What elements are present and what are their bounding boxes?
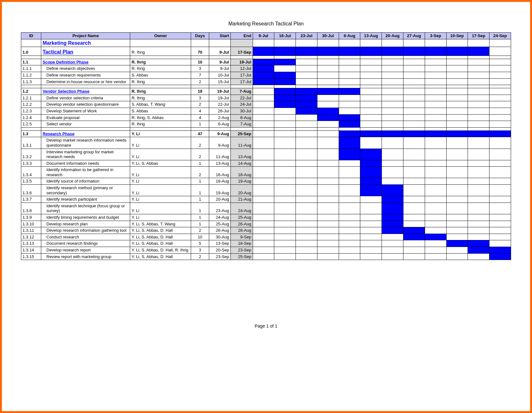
gantt-cell	[403, 121, 425, 128]
gantt-cell	[446, 214, 468, 221]
gantt-cell	[403, 65, 425, 72]
table-body: Marketing Research1.0Tactical PlanR. Ihr…	[21, 39, 511, 260]
gantt-cell	[446, 101, 468, 108]
gantt-cell	[274, 185, 296, 196]
gantt-cell	[253, 78, 274, 85]
cell-owner	[130, 39, 191, 47]
table-row: 1.1.2Define research requirementsS. Abba…	[21, 72, 511, 78]
cell-owner: Y. Li, S. Abbas, D. Hall	[130, 253, 191, 260]
table-row: 1.3Research PhaseY. Li479-Aug25-Sep	[21, 130, 511, 137]
gantt-cell	[468, 167, 489, 178]
gantt-cell	[296, 203, 317, 214]
gantt-cell	[382, 214, 403, 221]
cell-owner: Y. Li	[130, 203, 191, 214]
gantt-cell	[253, 214, 274, 221]
gantt-cell	[382, 167, 403, 178]
gantt-cell	[403, 247, 425, 254]
gantt-cell	[468, 39, 489, 47]
cell-project: Select vendor	[41, 121, 130, 128]
cell-start: 16-Aug	[209, 167, 230, 178]
cell-id: 1.3.6	[21, 185, 41, 196]
gantt-cell	[296, 47, 317, 56]
gantt-cell	[274, 59, 296, 65]
cell-owner: Y. Li	[130, 214, 191, 221]
gantt-cell	[360, 247, 382, 254]
table-row: 1.3.9Identify timing requirements and bu…	[21, 214, 511, 221]
header-date: 13-Aug	[360, 33, 382, 39]
gantt-cell	[317, 121, 339, 128]
cell-days: 2	[191, 149, 209, 160]
gantt-cell	[253, 234, 274, 240]
gantt-cell	[360, 149, 382, 160]
gantt-cell	[382, 101, 403, 108]
cell-start: 19-Aug	[209, 185, 230, 196]
cell-start: 9-Jul	[209, 47, 230, 56]
gantt-cell	[360, 88, 382, 95]
table-row: 1.3.15Review report with marketing group…	[21, 253, 511, 260]
cell-end: 22-Jul	[230, 95, 253, 101]
cell-owner: Y. Li, S. Abbas, D. Hall	[130, 227, 191, 234]
cell-days: 3	[191, 65, 209, 72]
table-row: 1.3.4Identify information to be gathered…	[21, 167, 511, 178]
cell-end: 18-Aug	[230, 167, 253, 178]
gantt-cell	[489, 59, 511, 65]
gantt-cell	[339, 39, 360, 47]
cell-days: 1	[191, 121, 209, 128]
gantt-cell	[317, 247, 339, 254]
gantt-cell	[339, 121, 360, 128]
table-row: 1.3.11Develop research information gathe…	[21, 227, 511, 234]
gantt-cell	[296, 78, 317, 85]
gantt-cell	[339, 101, 360, 108]
cell-start: 9-Jul	[209, 65, 230, 72]
cell-id: 1.3.15	[21, 253, 41, 260]
gantt-cell	[274, 78, 296, 85]
cell-end: 14-Aug	[230, 160, 253, 167]
gantt-cell	[339, 47, 360, 56]
gantt-cell	[274, 253, 296, 260]
cell-id: 1.1	[21, 59, 41, 65]
gantt-cell	[339, 114, 360, 121]
gantt-cell	[339, 178, 360, 185]
gantt-cell	[403, 114, 425, 121]
cell-owner: R. Ihrig	[130, 59, 191, 65]
cell-project: Document information needs	[41, 160, 130, 167]
gantt-cell	[382, 137, 403, 149]
cell-project: Develop vendor selection questionnaire	[41, 101, 130, 108]
header-id: ID	[21, 33, 41, 39]
gantt-cell	[489, 78, 511, 85]
cell-days: 7	[191, 72, 209, 78]
gantt-cell	[253, 108, 274, 114]
cell-start: 22-Jul	[209, 101, 230, 108]
table-row: 1.3.1Develop market research information…	[21, 137, 511, 149]
cell-project: Interview marketing group for market res…	[41, 149, 130, 160]
cell-owner: R. Ihrig, S. Abbas	[130, 114, 191, 121]
cell-start: 11-Aug	[209, 149, 230, 160]
cell-end: 17-Jul	[230, 72, 253, 78]
gantt-cell	[296, 221, 317, 227]
header-date: 17-Sep	[468, 33, 489, 39]
gantt-cell	[425, 121, 446, 128]
cell-days: 4	[191, 114, 209, 121]
gantt-cell	[468, 137, 489, 149]
cell-end: 19-Jul	[230, 59, 253, 65]
cell-project: Conduct research	[41, 234, 130, 240]
cell-owner: R. Ihrig	[130, 88, 191, 95]
cell-start: 18-Aug	[209, 178, 230, 185]
cell-project: Identify research method (primary or sec…	[41, 185, 130, 196]
cell-end: 23-Sep	[230, 247, 253, 254]
gantt-cell	[446, 247, 468, 254]
gantt-cell	[296, 95, 317, 101]
gantt-cell	[360, 227, 382, 234]
cell-owner: Y. Li	[130, 185, 191, 196]
gantt-cell	[274, 47, 296, 56]
gantt-cell	[253, 95, 274, 101]
cell-id: 1.0	[21, 47, 41, 56]
gantt-cell	[425, 59, 446, 65]
gantt-cell	[360, 221, 382, 227]
gantt-cell	[489, 221, 511, 227]
gantt-cell	[468, 247, 489, 254]
gantt-cell	[468, 78, 489, 85]
cell-id: 1.2.3	[21, 108, 41, 114]
gantt-cell	[425, 114, 446, 121]
gantt-cell	[489, 47, 511, 56]
